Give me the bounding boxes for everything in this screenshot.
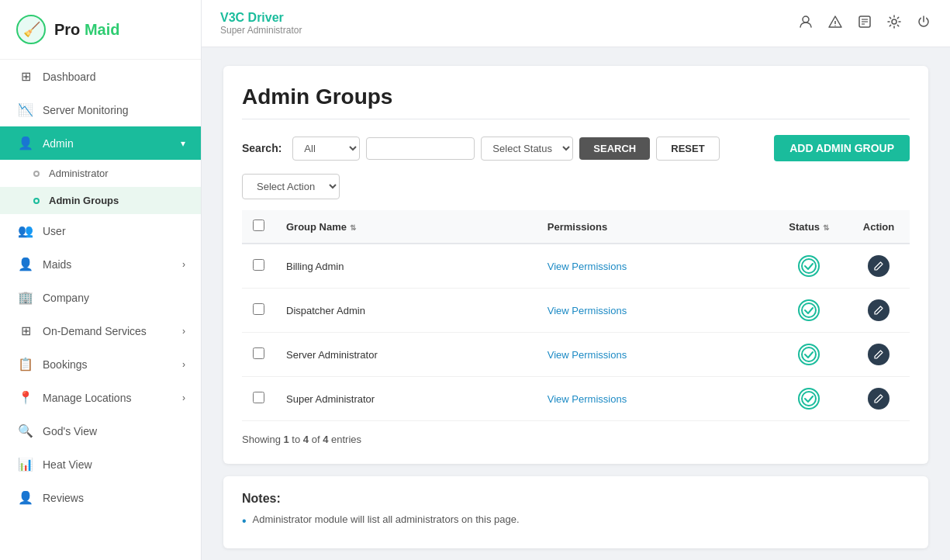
row-checkbox[interactable] bbox=[253, 303, 264, 315]
table-header: Group Name ⇅ Permissions Status ⇅ Action bbox=[242, 210, 910, 244]
nav-item-server-monitoring[interactable]: 📉 Server Monitoring bbox=[0, 93, 201, 126]
title-divider bbox=[242, 119, 910, 119]
edit-button[interactable] bbox=[868, 344, 890, 365]
row-checkbox-cell bbox=[242, 377, 275, 421]
svg-text:🧹: 🧹 bbox=[23, 21, 41, 38]
edit-button[interactable] bbox=[868, 388, 890, 410]
administrator-dot-icon bbox=[33, 171, 40, 177]
col-status[interactable]: Status ⇅ bbox=[770, 210, 848, 244]
col-group-name[interactable]: Group Name ⇅ bbox=[275, 210, 537, 244]
nav-item-gods-view[interactable]: 🔍 God's View bbox=[0, 414, 201, 448]
maids-icon: 👤 bbox=[18, 257, 33, 271]
add-admin-group-button[interactable]: ADD ADMIN GROUP bbox=[774, 135, 910, 161]
content-area: Admin Groups Search: All Active Inactive… bbox=[202, 47, 950, 560]
bulk-action-select[interactable]: Select Action Delete Activate Deactivate bbox=[242, 174, 340, 199]
header-role: Super Administrator bbox=[220, 25, 302, 36]
row-status-cell bbox=[770, 289, 848, 333]
svg-point-11 bbox=[802, 303, 816, 317]
col-action: Action bbox=[848, 210, 910, 244]
bookings-chevron-icon: › bbox=[182, 359, 185, 370]
header-power-icon[interactable] bbox=[916, 14, 931, 33]
table-row: Super Administrator View Permissions bbox=[242, 377, 910, 421]
nav-item-bookings[interactable]: 📋 Bookings › bbox=[0, 347, 201, 381]
row-checkbox[interactable] bbox=[253, 347, 264, 359]
select-all-checkbox[interactable] bbox=[253, 220, 264, 231]
bookings-icon: 📋 bbox=[18, 357, 33, 372]
on-demand-chevron-icon: › bbox=[182, 326, 185, 337]
header-icons bbox=[798, 14, 931, 33]
svg-point-2 bbox=[803, 16, 809, 22]
row-permissions-cell: View Permissions bbox=[537, 333, 770, 377]
status-sort-icon: ⇅ bbox=[823, 223, 829, 232]
pagination-to: 4 bbox=[303, 434, 309, 445]
on-demand-icon: ⊞ bbox=[18, 323, 33, 338]
edit-button[interactable] bbox=[868, 299, 890, 321]
logo-icon: 🧹 bbox=[16, 14, 47, 45]
table-row: Billing Admin View Permissions bbox=[242, 244, 910, 289]
view-permissions-link[interactable]: View Permissions bbox=[548, 305, 627, 316]
svg-point-12 bbox=[802, 347, 816, 361]
nav-item-dashboard[interactable]: ⊞ Dashboard bbox=[0, 60, 201, 93]
view-permissions-link[interactable]: View Permissions bbox=[548, 349, 627, 361]
admin-groups-dot-icon bbox=[33, 198, 40, 204]
nav-item-user[interactable]: 👥 User bbox=[0, 214, 201, 247]
search-button[interactable]: SEARCH bbox=[579, 137, 650, 160]
sub-nav-admin-groups[interactable]: Admin Groups bbox=[0, 187, 201, 214]
row-checkbox[interactable] bbox=[253, 392, 264, 403]
row-checkbox[interactable] bbox=[253, 259, 264, 271]
row-group-name: Super Administrator bbox=[275, 377, 537, 421]
view-permissions-link[interactable]: View Permissions bbox=[548, 261, 627, 272]
row-permissions-cell: View Permissions bbox=[537, 377, 770, 421]
sub-nav-administrator[interactable]: Administrator bbox=[0, 160, 201, 187]
edit-button[interactable] bbox=[868, 255, 890, 277]
row-action-cell bbox=[848, 289, 910, 333]
search-filter-select[interactable]: All Active Inactive bbox=[292, 137, 360, 161]
pagination-from: 1 bbox=[284, 434, 289, 445]
row-group-name: Server Administrator bbox=[275, 333, 537, 377]
heat-view-icon: 📊 bbox=[18, 457, 33, 472]
nav-item-maids[interactable]: 👤 Maids › bbox=[0, 247, 201, 281]
row-checkbox-cell bbox=[242, 289, 275, 333]
pagination-info: Showing 1 to 4 of 4 entries bbox=[242, 434, 910, 445]
nav-item-heat-view[interactable]: 📊 Heat View bbox=[0, 448, 201, 481]
reset-button[interactable]: RESET bbox=[656, 137, 719, 161]
row-group-name: Billing Admin bbox=[275, 244, 537, 289]
search-bar: Search: All Active Inactive Select Statu… bbox=[242, 135, 910, 161]
row-status-cell bbox=[770, 333, 848, 377]
nav-item-company[interactable]: 🏢 Company bbox=[0, 281, 201, 314]
header-warning-icon[interactable] bbox=[827, 14, 843, 33]
col-permissions: Permissions bbox=[537, 210, 770, 244]
pagination-total: 4 bbox=[323, 434, 328, 445]
row-action-cell bbox=[848, 244, 910, 289]
nav-item-manage-locations[interactable]: 📍 Manage Locations › bbox=[0, 381, 201, 414]
admin-icon: 👤 bbox=[18, 136, 33, 150]
view-permissions-link[interactable]: View Permissions bbox=[548, 393, 627, 405]
status-active-icon bbox=[798, 344, 820, 365]
row-action-cell bbox=[848, 377, 910, 421]
header: V3C Driver Super Administrator bbox=[202, 0, 950, 47]
driver-name: V3C Driver bbox=[220, 11, 302, 25]
search-input[interactable] bbox=[366, 137, 475, 160]
row-permissions-cell: View Permissions bbox=[537, 289, 770, 333]
header-left: V3C Driver Super Administrator bbox=[220, 11, 302, 36]
reviews-icon: 👤 bbox=[18, 490, 33, 505]
row-checkbox-cell bbox=[242, 333, 275, 377]
nav-item-reviews[interactable]: 👤 Reviews bbox=[0, 481, 201, 514]
search-status-select[interactable]: Select Status Active Inactive bbox=[481, 137, 573, 161]
header-gear-icon[interactable] bbox=[886, 14, 902, 33]
bulk-action-wrap: Select Action Delete Activate Deactivate bbox=[242, 174, 910, 199]
row-group-name: Dispatcher Admin bbox=[275, 289, 537, 333]
logo-text: Pro Maid bbox=[54, 21, 119, 39]
page-card: Admin Groups Search: All Active Inactive… bbox=[223, 66, 928, 464]
svg-point-13 bbox=[802, 392, 816, 406]
svg-point-4 bbox=[834, 25, 835, 26]
nav-item-admin[interactable]: 👤 Admin ▾ bbox=[0, 126, 201, 160]
header-user-icon[interactable] bbox=[798, 14, 814, 33]
status-active-icon bbox=[798, 255, 820, 277]
nav-item-on-demand-services[interactable]: ⊞ On-Demand Services › bbox=[0, 314, 201, 347]
status-active-icon bbox=[798, 299, 820, 321]
sidebar: 🧹 Pro Maid ⊞ Dashboard 📉 Server Monitori… bbox=[0, 0, 202, 560]
row-status-cell bbox=[770, 377, 848, 421]
header-edit-icon[interactable] bbox=[857, 14, 872, 33]
svg-point-10 bbox=[802, 259, 816, 273]
